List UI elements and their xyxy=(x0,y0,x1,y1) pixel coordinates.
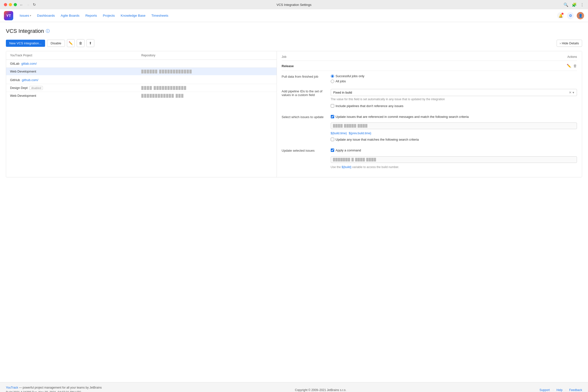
window-title: VCS Integration Settings xyxy=(276,3,312,6)
new-vcs-button[interactable]: New VCS integration... xyxy=(6,40,45,47)
titlebar: ← → ↻ VCS Integration Settings 🔍 🧩 ⋮ xyxy=(0,0,588,9)
successful-jobs-radio-row: Successful jobs only xyxy=(331,74,577,78)
project-repo: ████████████ ███ xyxy=(141,94,273,98)
update-referenced-checkbox-row: Update issues that are referenced in com… xyxy=(331,115,577,119)
nav-knowledge-base[interactable]: Knowledge Base xyxy=(118,12,148,19)
avatar-image: 👤 xyxy=(577,12,584,19)
page-title-row: VCS Integration ⓘ xyxy=(6,28,582,34)
all-jobs-label: All jobs xyxy=(336,80,346,83)
github-provider-row: GitHub github.com/ xyxy=(6,76,276,84)
footer-brand-row: YouTrack — powerful project management f… xyxy=(6,386,102,390)
minimize-button[interactable] xyxy=(9,3,12,6)
update-selected-content: Apply a command Use the ${build} variabl… xyxy=(331,148,577,168)
gitlab-url[interactable]: gitlab.com/ xyxy=(21,62,37,66)
navbar-right: 🔔 ⚙ 👤 xyxy=(557,12,584,19)
build-hint: Use the ${build} variable to access the … xyxy=(331,166,577,169)
footer: YouTrack — powerful project management f… xyxy=(0,382,588,392)
toolbar: New VCS integration... Disable ✏️ 🗑 ⬆ › … xyxy=(6,39,582,47)
footer-links: Support · Help · Feedback xyxy=(540,388,582,392)
left-panel: YouTrack Project Repository GitLab gitla… xyxy=(6,51,277,177)
successful-jobs-radio[interactable] xyxy=(331,74,334,78)
nav-reports[interactable]: Reports xyxy=(83,12,99,19)
dropdown-clear-icon[interactable]: ✕ xyxy=(569,91,572,94)
add-pipeline-row: Add pipeline IDs to the set of values in… xyxy=(282,89,577,110)
maximize-button[interactable] xyxy=(14,3,17,6)
disabled-badge: disabled xyxy=(30,86,43,90)
github-design-dept-row[interactable]: Design Dept disabled ████ ████████████ xyxy=(6,84,276,92)
search-criteria-input[interactable] xyxy=(331,122,577,129)
menu-icon[interactable]: ⋮ xyxy=(580,2,584,7)
job-delete-icon[interactable]: 🗑 xyxy=(573,64,577,68)
project-name: Design Dept disabled xyxy=(10,86,141,90)
job-action-buttons: ✏️ 🗑 xyxy=(567,64,577,68)
refresh-button[interactable]: ↻ xyxy=(33,2,36,7)
build-variable-link[interactable]: ${build} xyxy=(342,166,351,169)
prev-build-time-tag[interactable]: ${prev.build.time} xyxy=(349,132,372,135)
update-any-row: Update any issue that matches the follow… xyxy=(331,138,577,142)
all-jobs-radio[interactable] xyxy=(331,80,334,83)
feedback-link[interactable]: Feedback xyxy=(569,388,582,392)
gitlab-web-development-row[interactable]: Web Development ██████ ████████████ xyxy=(6,68,276,75)
extension-icon[interactable]: 🧩 xyxy=(572,2,577,7)
add-pipeline-label: Add pipeline IDs to the set of values in… xyxy=(282,89,331,97)
help-link[interactable]: Help xyxy=(556,388,562,392)
update-referenced-checkbox[interactable] xyxy=(331,115,334,118)
navbar: YT Issues ▾ Dashboards Agile Boards Repo… xyxy=(0,9,588,22)
github-url[interactable]: github.com/ xyxy=(22,78,38,82)
left-header: YouTrack Project Repository xyxy=(6,51,276,60)
job-edit-icon[interactable]: ✏️ xyxy=(567,64,571,68)
update-any-checkbox[interactable] xyxy=(331,138,334,141)
custom-field-dropdown[interactable]: Fixed in build ✕ ▾ xyxy=(331,89,577,96)
right-panel-header: Job Actions xyxy=(282,55,577,61)
build-time-tag[interactable]: ${build.time} xyxy=(331,132,347,135)
nav-timesheets[interactable]: Timesheets xyxy=(149,12,171,19)
update-selected-label: Update selected issues xyxy=(282,148,331,152)
update-any-label: Update any issue that matches the follow… xyxy=(336,138,419,142)
command-input[interactable] xyxy=(331,156,577,163)
back-button[interactable]: ← xyxy=(20,2,23,7)
nav-agile-boards[interactable]: Agile Boards xyxy=(58,12,82,19)
chevron-right-icon: › xyxy=(560,42,561,45)
nav-dashboards[interactable]: Dashboards xyxy=(34,12,57,19)
job-name: Release xyxy=(282,64,294,68)
github-web-development-row[interactable]: Web Development ████████████ ███ xyxy=(6,92,276,100)
search-icon[interactable]: 🔍 xyxy=(564,2,568,7)
export-button[interactable]: ⬆ xyxy=(86,39,94,47)
apply-command-checkbox[interactable] xyxy=(331,148,334,152)
close-button[interactable] xyxy=(4,3,7,6)
browser-nav: ← → ↻ xyxy=(20,2,36,7)
footer-tagline: — powerful project management for all yo… xyxy=(19,386,102,389)
include-pipelines-checkbox[interactable] xyxy=(331,104,334,108)
support-link[interactable]: Support xyxy=(540,388,550,392)
hide-details-button[interactable]: › Hide Details xyxy=(557,40,582,47)
dropdown-hint: The value for this field is set automati… xyxy=(331,97,577,102)
nav-issues[interactable]: Issues ▾ xyxy=(17,12,34,19)
edit-button[interactable]: ✏️ xyxy=(67,39,75,47)
project-repo: ████ ████████████ xyxy=(141,86,273,90)
build-hint-suffix: variable to access the build number. xyxy=(352,166,399,169)
footer-separator-2: · xyxy=(566,388,566,392)
user-avatar[interactable]: 👤 xyxy=(577,12,584,19)
notifications-button[interactable]: 🔔 xyxy=(557,12,564,19)
col-header-project: YouTrack Project xyxy=(10,54,141,57)
job-column-header: Job xyxy=(282,55,286,58)
youtrack-link[interactable]: YouTrack xyxy=(6,386,18,389)
select-issues-label: Select which issues to update xyxy=(282,115,331,119)
main-layout: YouTrack Project Repository GitLab gitla… xyxy=(6,51,582,178)
settings-button[interactable]: ⚙ xyxy=(567,12,574,19)
window-controls xyxy=(4,3,17,6)
build-hint-prefix: Use the xyxy=(331,166,342,169)
project-name: Web Development xyxy=(10,94,141,98)
apply-command-checkbox-row: Apply a command xyxy=(331,148,577,153)
titlebar-right: 🔍 🧩 ⋮ xyxy=(564,2,584,7)
project-name: Web Development xyxy=(10,70,141,73)
forward-button[interactable]: → xyxy=(26,2,30,7)
disable-button[interactable]: Disable xyxy=(47,40,65,47)
nav-projects[interactable]: Projects xyxy=(100,12,117,19)
help-icon[interactable]: ⓘ xyxy=(46,29,50,34)
search-tags: ${build.time} ${prev.build.time} xyxy=(331,132,577,135)
notification-badge xyxy=(562,13,564,15)
logo[interactable]: YT xyxy=(4,11,13,20)
right-panel: Job Actions Release ✏️ 🗑 Pull data from … xyxy=(277,51,582,177)
delete-button[interactable]: 🗑 xyxy=(77,39,84,47)
